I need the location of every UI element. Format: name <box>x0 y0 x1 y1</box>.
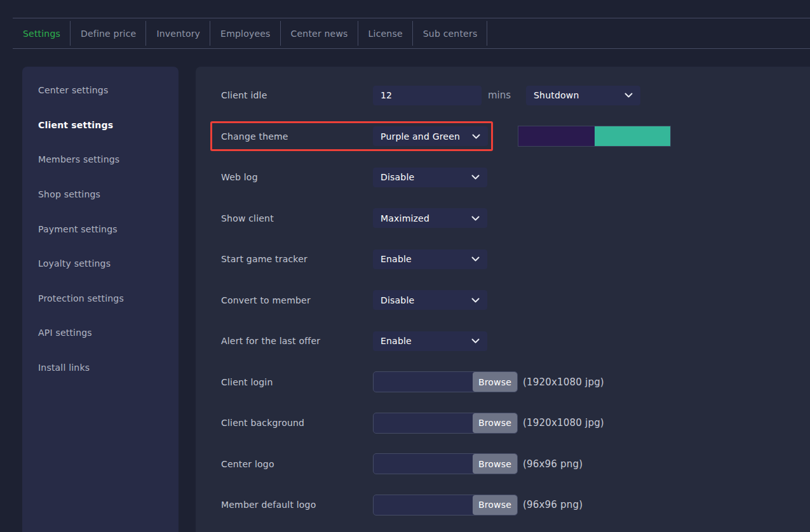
alert-last-offer-value: Enable <box>381 336 412 346</box>
show-client-label: Show client <box>221 213 373 223</box>
theme-purple-swatch <box>518 126 595 146</box>
member-default-logo-row: Member default logo Browse (96x96 png) <box>196 484 810 526</box>
alert-last-offer-select[interactable]: Enable <box>373 331 487 351</box>
show-client-value: Maximized <box>381 213 429 223</box>
tab-sub-centers[interactable]: Sub centers <box>413 18 488 48</box>
sidebar-item-center-settings[interactable]: Center settings <box>22 73 179 108</box>
sidebar-item-payment-settings[interactable]: Payment settings <box>22 211 179 246</box>
chevron-down-icon <box>624 93 633 98</box>
center-logo-browse-button[interactable]: Browse <box>473 454 517 474</box>
tab-employees[interactable]: Employees <box>210 18 280 48</box>
start-game-tracker-value: Enable <box>381 254 412 264</box>
web-log-value: Disable <box>381 172 414 182</box>
client-background-file-input: Browse <box>373 413 518 434</box>
client-idle-row: Client idle mins Shutdown <box>196 75 810 116</box>
member-default-logo-file-field[interactable] <box>374 495 473 515</box>
chevron-down-icon <box>471 338 480 343</box>
client-idle-unit: mins <box>488 90 508 101</box>
client-background-row: Client background Browse (1920x1080 jpg) <box>196 402 810 444</box>
start-game-tracker-label: Start game tracker <box>221 254 373 264</box>
center-logo-hint: (96x96 png) <box>523 458 583 470</box>
center-logo-file-input: Browse <box>373 453 518 474</box>
member-default-logo-hint: (96x96 png) <box>523 499 583 510</box>
client-idle-input[interactable] <box>373 86 482 105</box>
center-logo-file-field[interactable] <box>374 454 473 474</box>
alert-last-offer-row: Alert for the last offer Enable <box>196 321 810 362</box>
tab-define-price[interactable]: Define price <box>71 18 146 48</box>
settings-panel: Client idle mins Shutdown Change theme P… <box>196 67 810 532</box>
show-client-select[interactable]: Maximized <box>373 208 487 228</box>
sidebar-item-install-links[interactable]: Install links <box>22 350 179 385</box>
alert-last-offer-label: Alert for the last offer <box>221 336 373 346</box>
client-login-file-input: Browse <box>373 371 518 392</box>
app-window: Settings Define price Inventory Employee… <box>0 0 810 532</box>
theme-preview <box>518 126 671 147</box>
client-idle-label: Client idle <box>221 90 373 100</box>
change-theme-row: Change theme Purple and Green <box>196 116 810 157</box>
center-logo-row: Center logo Browse (96x96 png) <box>196 444 810 485</box>
chevron-down-icon <box>471 298 480 303</box>
chevron-down-icon <box>471 175 480 180</box>
sidebar-item-protection-settings[interactable]: Protection settings <box>22 281 179 316</box>
member-default-logo-browse-button[interactable]: Browse <box>473 495 517 515</box>
chevron-down-icon <box>471 256 480 262</box>
start-game-tracker-row: Start game tracker Enable <box>196 239 810 280</box>
member-default-logo-label: Member default logo <box>221 500 373 510</box>
web-log-select[interactable]: Disable <box>373 168 487 187</box>
client-login-row: Client login Browse (1920x1080 jpg) <box>196 362 810 403</box>
top-nav: Settings Define price Inventory Employee… <box>13 18 810 49</box>
client-login-browse-button[interactable]: Browse <box>473 372 517 392</box>
tab-center-news[interactable]: Center news <box>281 18 358 48</box>
show-client-row: Show client Maximized <box>196 198 810 239</box>
client-idle-action-value: Shutdown <box>534 90 579 100</box>
member-default-logo-file-input: Browse <box>373 495 518 515</box>
convert-to-member-row: Convert to member Disable <box>196 280 810 321</box>
sidebar-item-shop-settings[interactable]: Shop settings <box>22 177 179 212</box>
center-logo-label: Center logo <box>221 459 373 469</box>
client-background-file-field[interactable] <box>374 413 473 433</box>
client-background-label: Client background <box>221 418 373 428</box>
sidebar-item-api-settings[interactable]: API settings <box>22 316 179 350</box>
client-login-label: Client login <box>221 377 373 387</box>
change-theme-value: Purple and Green <box>381 131 460 142</box>
client-login-hint: (1920x1080 jpg) <box>523 376 604 388</box>
sidebar-item-client-settings[interactable]: Client settings <box>22 108 179 143</box>
chevron-down-icon <box>472 134 480 139</box>
chevron-down-icon <box>471 216 480 221</box>
client-idle-action-select[interactable]: Shutdown <box>526 86 640 105</box>
convert-to-member-value: Disable <box>381 295 414 305</box>
web-log-row: Web log Disable <box>196 157 810 198</box>
start-game-tracker-select[interactable]: Enable <box>373 249 487 269</box>
theme-green-swatch <box>595 126 671 146</box>
convert-to-member-label: Convert to member <box>221 295 373 305</box>
sidebar: Center settings Client settings Members … <box>22 67 179 532</box>
sidebar-item-loyalty-settings[interactable]: Loyalty settings <box>22 246 179 281</box>
tab-license[interactable]: License <box>358 18 413 48</box>
client-login-file-field[interactable] <box>374 372 473 392</box>
change-theme-select[interactable]: Purple and Green <box>373 126 488 146</box>
sidebar-item-members-settings[interactable]: Members settings <box>22 142 179 177</box>
client-background-browse-button[interactable]: Browse <box>473 413 517 433</box>
web-log-label: Web log <box>221 172 373 182</box>
tab-inventory[interactable]: Inventory <box>146 18 210 48</box>
change-theme-label: Change theme <box>221 131 373 142</box>
convert-to-member-select[interactable]: Disable <box>373 290 487 310</box>
client-background-hint: (1920x1080 jpg) <box>523 417 604 429</box>
tab-settings[interactable]: Settings <box>13 18 71 48</box>
